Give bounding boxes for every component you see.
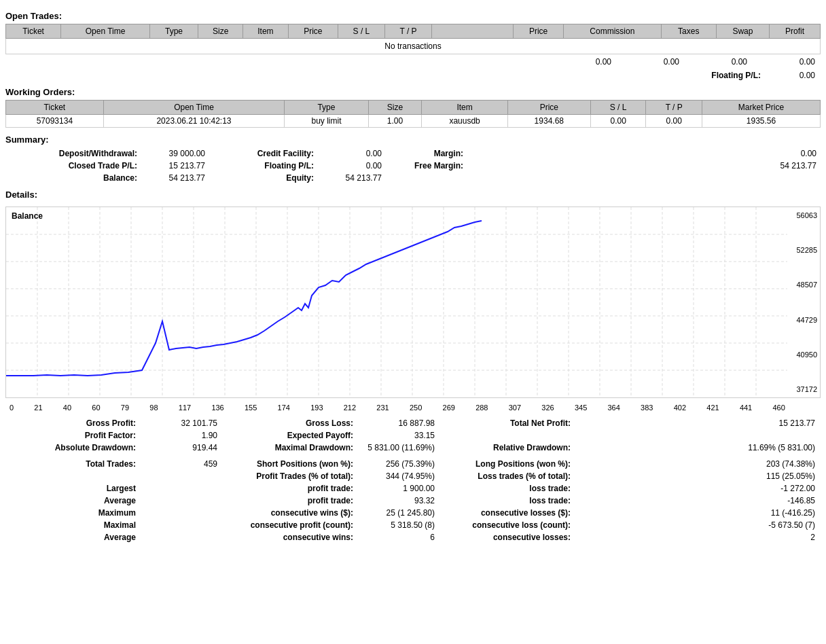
- equity-label: Equity:: [209, 172, 318, 184]
- short-pos-value: 256 (75.39%): [359, 458, 440, 470]
- loss-trades-label: Loss trades (% of total):: [440, 470, 576, 482]
- col-profit: Profit: [770, 24, 821, 39]
- average2-label: Average: [5, 531, 141, 543]
- credit-label: Credit Facility:: [209, 147, 318, 160]
- credit-value: 0.00: [318, 147, 386, 160]
- wo-col-price: Price: [507, 101, 590, 115]
- x-0: 0: [10, 404, 14, 412]
- working-order-row: 57093134 2023.06.21 10:42:13 buy limit 1…: [6, 115, 821, 128]
- closed-pl-value: 15 213.77: [141, 160, 209, 172]
- closed-pl-label: Closed Trade P/L:: [5, 160, 141, 172]
- largest-profit-value: 1 900.00: [359, 482, 440, 495]
- wo-col-tp: T / P: [646, 101, 702, 115]
- col-open-time: Open Time: [61, 24, 150, 39]
- max-drawdown-value: 5 831.00 (11.69%): [359, 442, 440, 454]
- wo-col-market-price: Market Price: [702, 101, 820, 115]
- col-swap: Swap: [716, 24, 769, 39]
- y-label-6: 37172: [790, 385, 817, 393]
- maximal-consec-loss-value: -5 673.50 (7): [576, 519, 821, 531]
- average-label: Average: [5, 495, 141, 507]
- x-60: 60: [92, 404, 100, 412]
- x-288: 288: [475, 404, 488, 412]
- floating-pl-label2: Floating P/L:: [209, 160, 318, 172]
- statistics-table: Gross Profit: 32 101.75 Gross Loss: 16 8…: [5, 417, 821, 454]
- balance-label: Balance:: [5, 172, 141, 184]
- chart-container: Balance: [5, 202, 821, 413]
- total-profit: 0.00: [774, 57, 815, 67]
- long-pos-value: 203 (74.38%): [576, 458, 821, 470]
- y-label-1: 56063: [790, 211, 817, 219]
- max-drawdown-label: Maximal Drawdown:: [223, 442, 359, 454]
- avg-consec-wins-value: 6: [359, 531, 440, 543]
- no-transactions: No transactions: [6, 39, 821, 54]
- col-item: Item: [243, 24, 288, 39]
- stats-row-3: Absolute Drawdown: 919.44 Maximal Drawdo…: [5, 442, 821, 454]
- details-section: Details: Balance: [5, 190, 821, 543]
- wo-item: xauusdb: [422, 115, 507, 128]
- floating-pl-row: Floating P/L: 0.00: [5, 69, 821, 82]
- wo-col-sl: S / L: [590, 101, 646, 115]
- maximal-consec-profit-value: 5 318.50 (8): [359, 519, 440, 531]
- x-421: 421: [706, 404, 719, 412]
- stats-table-2: Total Trades: 459 Short Positions (won %…: [5, 458, 821, 543]
- gross-profit-label: Gross Profit:: [5, 417, 141, 429]
- x-98: 98: [149, 404, 158, 412]
- x-269: 269: [443, 404, 455, 412]
- maximal-consec-loss-label: consecutive loss (count):: [440, 519, 576, 531]
- total-taxes: 0.00: [639, 57, 679, 67]
- stats-row-2: Profit Factor: 1.90 Expected Payoff: 33.…: [5, 429, 821, 442]
- max-consec-wins-label: consecutive wins ($):: [223, 507, 359, 519]
- total-net-profit-value: 15 213.77: [576, 417, 821, 429]
- y-label-2: 52285: [790, 246, 817, 254]
- gross-loss-value: 16 887.98: [359, 417, 440, 429]
- gross-profit-value: 32 101.75: [141, 417, 223, 429]
- stats-row-avg-consec: Average consecutive wins: 6 consecutive …: [5, 531, 821, 543]
- wo-col-open-time: Open Time: [103, 101, 285, 115]
- max-consec-losses-value: 11 (-416.25): [576, 507, 821, 519]
- open-trades-title: Open Trades:: [5, 11, 821, 21]
- wo-price: 1934.68: [507, 115, 590, 128]
- long-pos-label: Long Positions (won %):: [440, 458, 576, 470]
- total-trades-value: 459: [141, 458, 223, 470]
- avg-consec-losses-value: 2: [576, 531, 821, 543]
- x-345: 345: [575, 404, 587, 412]
- x-193: 193: [310, 404, 323, 412]
- working-orders-section: Working Orders: Ticket Open Time Type Si…: [5, 87, 821, 128]
- gross-loss-label: Gross Loss:: [223, 417, 359, 429]
- x-441: 441: [740, 404, 752, 412]
- col-commission: Commission: [563, 24, 661, 39]
- stats-row-maximum: Maximum consecutive wins ($): 25 (1 245.…: [5, 507, 821, 519]
- x-21: 21: [34, 404, 42, 412]
- largest-loss-value: -1 272.00: [576, 482, 821, 495]
- profit-factor-label: Profit Factor:: [5, 429, 141, 442]
- maximum-label: Maximum: [5, 507, 141, 519]
- floating-pl-label: Floating P/L:: [711, 71, 761, 80]
- wo-sl: 0.00: [590, 115, 646, 128]
- total-swap: 0.00: [706, 57, 747, 67]
- x-174: 174: [278, 404, 290, 412]
- stats-row-largest: Largest profit trade: 1 900.00 loss trad…: [5, 482, 821, 495]
- deposit-value: 39 000.00: [141, 147, 209, 160]
- abs-drawdown-label: Absolute Drawdown:: [5, 442, 141, 454]
- y-axis-labels: 56063 52285 48507 44729 40950 37172: [787, 207, 820, 397]
- rel-drawdown-label: Relative Drawdown:: [440, 442, 576, 454]
- wo-type: buy limit: [285, 115, 368, 128]
- details-title: Details:: [5, 190, 821, 200]
- total-net-profit-label: Total Net Profit:: [440, 417, 576, 429]
- x-117: 117: [179, 404, 191, 412]
- expected-payoff-label: Expected Payoff:: [223, 429, 359, 442]
- rel-drawdown-value: 11.69% (5 831.00): [576, 442, 821, 454]
- maximal-consec-profit-label: consecutive profit (count):: [223, 519, 359, 531]
- col-ticket: Ticket: [6, 24, 61, 39]
- largest-label: Largest: [5, 482, 141, 495]
- floating-pl-value: 0.00: [774, 71, 815, 80]
- profit-factor-value: 1.90: [141, 429, 223, 442]
- x-136: 136: [211, 404, 223, 412]
- open-trades-table: Ticket Open Time Type Size Item Price S …: [5, 24, 821, 54]
- stats-row-maximal: Maximal consecutive profit (count): 5 31…: [5, 519, 821, 531]
- open-trades-totals: 0.00 0.00 0.00 0.00: [5, 54, 821, 69]
- stats-row-average: Average profit trade: 93.32 loss trade: …: [5, 495, 821, 507]
- col-empty: [432, 24, 514, 39]
- chart-area: Balance: [6, 207, 787, 397]
- col-taxes: Taxes: [661, 24, 716, 39]
